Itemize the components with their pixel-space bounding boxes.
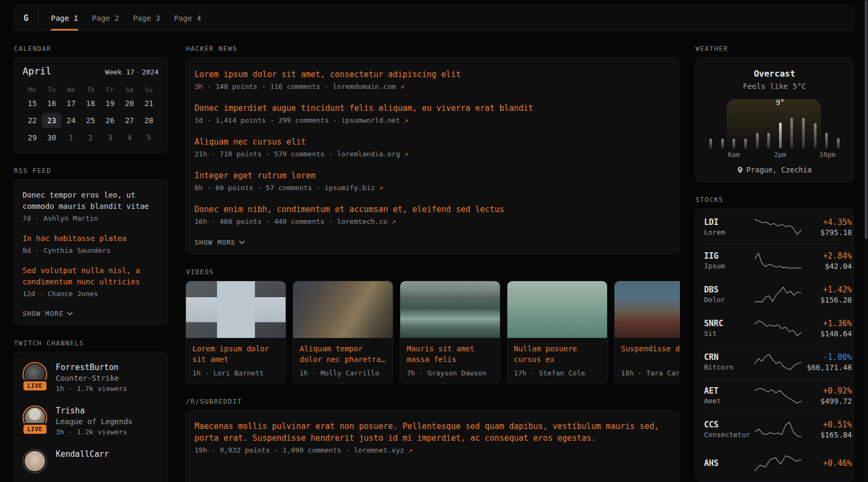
video-title[interactable]: Suspendisse diam (621, 343, 680, 365)
page-tab[interactable]: Page 4 (167, 6, 208, 31)
video-card[interactable]: Lorem ipsum dolor sit amet consectetu… 1… (185, 281, 286, 384)
calendar-day[interactable]: 3 (100, 130, 119, 145)
calendar-day[interactable]: 26 (100, 113, 119, 128)
calendar-day[interactable]: 22 (23, 113, 42, 128)
weather-bar[interactable] (756, 133, 759, 148)
hackernews-item-title[interactable]: Donec enim nibh, condimentum et accumsan… (194, 204, 671, 215)
rss-item-title[interactable]: Donec tempor eros leo, ut commodo mauris… (23, 190, 159, 212)
calendar-day[interactable]: 27 (119, 113, 139, 128)
video-card[interactable]: Suspendisse diam 18h · Tara Carpenter (614, 281, 680, 384)
hackernews-item-title[interactable]: Aliquam nec cursus elit (194, 136, 671, 148)
page-scrollbar-track[interactable] (864, 0, 868, 482)
weather-bar[interactable] (779, 123, 782, 148)
external-link-icon[interactable]: ↗ (379, 184, 383, 192)
external-link-icon[interactable]: ↗ (404, 116, 408, 124)
video-thumbnail[interactable] (293, 281, 393, 338)
hackernews-list: Lorem ipsum dolor sit amet, consectetur … (194, 69, 671, 227)
twitch-channel-row[interactable]: LIVE ForrestBurton Counter-Strike 1h · 1… (23, 362, 159, 394)
calendar-day[interactable]: 16 (42, 96, 61, 111)
calendar-day[interactable]: 4 (119, 130, 139, 145)
stock-row[interactable]: IIG Ipsum +2.84% $42.04 (704, 244, 845, 277)
app-logo[interactable]: G (14, 6, 39, 31)
weather-bar[interactable] (732, 139, 735, 148)
external-link-icon[interactable]: ↗ (392, 217, 396, 225)
calendar-day[interactable]: 2 (81, 130, 100, 145)
external-link-icon[interactable]: ↗ (408, 446, 413, 454)
stock-row[interactable]: LDI Lorem +4.35% $795.18 (704, 210, 845, 244)
external-link-icon[interactable]: ↗ (400, 82, 405, 91)
subreddit-post-title[interactable]: Maecenas mollis pulvinar erat non posuer… (194, 420, 671, 444)
stock-row[interactable]: DBS Dolor +1.42% $156.28 (704, 277, 845, 311)
calendar-day[interactable]: 19 (100, 96, 119, 111)
weather-bar[interactable] (802, 118, 805, 148)
video-card[interactable]: Aliquam tempor dolor nec pharetra… 1h · … (293, 281, 393, 384)
video-card[interactable]: Mauris sit amet massa felis 7h · Grayson… (400, 281, 500, 384)
stock-symbol[interactable]: SNRC (704, 318, 753, 329)
stock-row[interactable]: AHS +0.46% (704, 446, 845, 480)
calendar-day[interactable]: 5 (139, 130, 159, 145)
twitch-channel-row[interactable]: KendallCarr (23, 449, 159, 473)
page-scrollbar-thumb[interactable] (865, 0, 867, 239)
calendar-day[interactable]: 24 (62, 113, 81, 128)
page-tab[interactable]: Page 3 (126, 6, 167, 31)
video-thumbnail[interactable] (186, 281, 286, 338)
calendar-day[interactable]: 25 (81, 113, 100, 128)
video-title[interactable]: Mauris sit amet massa felis (407, 343, 493, 365)
hackernews-item-title[interactable]: Donec imperdiet augue tincidunt felis al… (194, 102, 671, 114)
weather-bar[interactable] (814, 123, 817, 148)
video-thumbnail[interactable] (400, 281, 500, 338)
hackernews-item-title[interactable]: Lorem ipsum dolor sit amet, consectetur … (194, 69, 671, 80)
weather-bar[interactable] (790, 118, 793, 148)
video-title[interactable]: Lorem ipsum dolor sit amet consectetu… (192, 343, 279, 365)
weather-bar[interactable] (767, 133, 770, 148)
video-card[interactable]: Nullam posuere cursus ex 17h · Stefan Co… (507, 281, 608, 384)
page-tab[interactable]: Page 1 (44, 6, 85, 31)
stock-symbol[interactable]: CRN (704, 352, 753, 363)
subreddit-widget: /R/SUBREDDIT Maecenas mollis pulvinar er… (185, 398, 680, 482)
stock-symbol[interactable]: IIG (704, 251, 753, 261)
rss-show-more-button[interactable]: SHOW MORE (23, 310, 73, 318)
calendar-day[interactable]: 15 (23, 96, 42, 111)
weather-bar[interactable] (825, 133, 828, 148)
weather-bar[interactable] (709, 139, 712, 148)
weather-bar[interactable] (721, 139, 724, 148)
video-title[interactable]: Nullam posuere cursus ex (514, 343, 601, 365)
stock-symbol[interactable]: LDI (704, 217, 753, 228)
calendar-day[interactable]: 18 (81, 96, 100, 111)
stock-symbol[interactable]: AET (704, 386, 753, 396)
calendar-day[interactable]: 28 (139, 113, 159, 128)
calendar-day[interactable]: 23 (42, 113, 61, 128)
chevron-down-icon (67, 312, 73, 315)
subreddit-post-meta: 19h · 9,932 points · 1,090 comments · lo… (194, 446, 671, 454)
hackernews-show-more-button[interactable]: SHOW MORE (194, 238, 245, 246)
hackernews-item-title[interactable]: Integer eget rutrum lorem (194, 170, 671, 182)
calendar-day[interactable]: 30 (42, 130, 61, 145)
calendar-day[interactable]: 20 (119, 96, 139, 111)
rss-item-title[interactable]: Sed volutpat nulla nisl, a condimentum n… (23, 265, 159, 288)
weather-bar[interactable] (837, 138, 840, 148)
weather-bar[interactable] (744, 139, 747, 148)
twitch-channel-name[interactable]: ForrestBurton (56, 362, 127, 373)
calendar-day[interactable]: 29 (23, 130, 42, 145)
twitch-channel-row[interactable]: LIVE Trisha League of Legends 3h · 1.2k … (23, 405, 159, 437)
external-link-icon[interactable]: ↗ (404, 150, 408, 158)
calendar-day[interactable]: 21 (139, 96, 159, 111)
calendar-day[interactable]: 17 (62, 96, 81, 111)
stock-name: Bitcorn (704, 363, 753, 372)
rss-item-title[interactable]: In hac habitasse platea (23, 233, 159, 244)
stock-symbol[interactable]: AHS (704, 458, 753, 469)
twitch-channel-name[interactable]: KendallCarr (56, 449, 109, 460)
stock-row[interactable]: CRN Bitcorn -1.00% $66,171.48 (704, 345, 845, 379)
stock-row[interactable]: AET Amet +0.92% $499.72 (704, 379, 845, 412)
stock-symbol[interactable]: CCS (704, 419, 753, 430)
video-thumbnail[interactable] (507, 281, 607, 338)
weather-location[interactable]: Prague, Czechia (704, 165, 845, 174)
video-title[interactable]: Aliquam tempor dolor nec pharetra… (300, 343, 386, 365)
calendar-day[interactable]: 1 (62, 130, 81, 145)
stock-symbol[interactable]: DBS (704, 284, 753, 295)
stock-row[interactable]: SNRC Sit +1.36% $148.64 (704, 311, 845, 345)
video-thumbnail[interactable] (615, 281, 680, 338)
twitch-channel-name[interactable]: Trisha (56, 405, 132, 416)
stock-row[interactable]: CCS Consectetur +0.51% $165.84 (704, 412, 845, 446)
page-tab[interactable]: Page 2 (85, 6, 126, 31)
